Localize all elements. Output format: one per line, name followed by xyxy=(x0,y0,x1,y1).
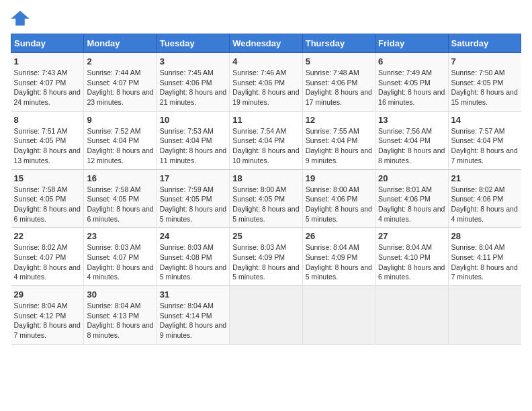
day-info: Sunrise: 7:45 AMSunset: 4:06 PMDaylight:… xyxy=(160,68,226,107)
calendar-cell: 2Sunrise: 7:44 AMSunset: 4:07 PMDaylight… xyxy=(84,53,157,111)
sunrise-label: Sunrise: 8:03 AM xyxy=(87,243,140,251)
day-number: 4 xyxy=(232,56,299,66)
day-info: Sunrise: 7:54 AMSunset: 4:04 PMDaylight:… xyxy=(232,126,299,166)
svg-marker-0 xyxy=(11,11,29,26)
calendar-cell: 29Sunrise: 8:04 AMSunset: 4:12 PMDayligh… xyxy=(11,286,84,345)
sunset-label: Sunset: 4:06 PM xyxy=(306,195,358,203)
sunrise-label: Sunrise: 8:00 AM xyxy=(306,185,359,193)
daylight-label: Daylight: 8 hours and 7 minutes. xyxy=(14,321,81,339)
calendar-cell: 18Sunrise: 8:00 AMSunset: 4:05 PMDayligh… xyxy=(230,169,302,228)
calendar-cell: 26Sunrise: 8:04 AMSunset: 4:09 PMDayligh… xyxy=(302,228,375,286)
sunrise-label: Sunrise: 7:59 AM xyxy=(160,185,214,193)
day-number: 17 xyxy=(160,173,226,183)
daylight-label: Daylight: 8 hours and 5 minutes. xyxy=(306,205,372,223)
calendar-cell: 31Sunrise: 8:04 AMSunset: 4:14 PMDayligh… xyxy=(157,286,229,345)
calendar-cell: 1Sunrise: 7:43 AMSunset: 4:07 PMDaylight… xyxy=(11,53,84,111)
day-number: 9 xyxy=(87,115,153,125)
day-number: 10 xyxy=(160,115,226,125)
page-header xyxy=(11,11,521,26)
sunset-label: Sunset: 4:06 PM xyxy=(306,79,358,87)
calendar-cell: 10Sunrise: 7:53 AMSunset: 4:04 PMDayligh… xyxy=(157,111,229,169)
day-info: Sunrise: 8:03 AMSunset: 4:08 PMDaylight:… xyxy=(160,242,226,282)
calendar-week-row: 15Sunrise: 7:58 AMSunset: 4:05 PMDayligh… xyxy=(11,169,521,228)
day-number: 27 xyxy=(378,231,445,241)
weekday-header-thursday: Thursday xyxy=(302,34,375,53)
day-number: 15 xyxy=(14,173,81,183)
day-info: Sunrise: 7:59 AMSunset: 4:05 PMDaylight:… xyxy=(160,185,226,224)
day-number: 29 xyxy=(14,289,81,300)
calendar-cell xyxy=(230,286,302,345)
day-info: Sunrise: 8:02 AMSunset: 4:07 PMDaylight:… xyxy=(14,242,81,282)
sunset-label: Sunset: 4:14 PM xyxy=(160,312,212,320)
daylight-label: Daylight: 8 hours and 7 minutes. xyxy=(451,146,518,165)
day-info: Sunrise: 8:03 AMSunset: 4:09 PMDaylight:… xyxy=(232,242,299,282)
day-number: 22 xyxy=(14,231,81,241)
calendar-cell: 7Sunrise: 7:50 AMSunset: 4:05 PMDaylight… xyxy=(448,53,521,111)
calendar-cell: 16Sunrise: 7:58 AMSunset: 4:05 PMDayligh… xyxy=(84,169,157,228)
sunrise-label: Sunrise: 7:43 AM xyxy=(14,68,68,77)
day-info: Sunrise: 7:49 AMSunset: 4:05 PMDaylight:… xyxy=(378,68,445,107)
sunrise-label: Sunrise: 8:03 AM xyxy=(160,243,214,251)
calendar-cell: 6Sunrise: 7:49 AMSunset: 4:05 PMDaylight… xyxy=(375,53,448,111)
day-number: 26 xyxy=(306,231,372,241)
daylight-label: Daylight: 8 hours and 17 minutes. xyxy=(306,88,372,106)
sunrise-label: Sunrise: 8:04 AM xyxy=(87,302,140,310)
day-number: 19 xyxy=(306,173,372,183)
daylight-label: Daylight: 8 hours and 11 minutes. xyxy=(160,146,226,165)
daylight-label: Daylight: 8 hours and 4 minutes. xyxy=(451,205,518,223)
calendar-header-row: SundayMondayTuesdayWednesdayThursdayFrid… xyxy=(11,34,521,53)
day-info: Sunrise: 8:02 AMSunset: 4:06 PMDaylight:… xyxy=(451,185,519,224)
sunset-label: Sunset: 4:05 PM xyxy=(14,136,66,144)
calendar-week-row: 8Sunrise: 7:51 AMSunset: 4:05 PMDaylight… xyxy=(11,111,521,169)
day-info: Sunrise: 7:51 AMSunset: 4:05 PMDaylight:… xyxy=(14,126,81,166)
calendar-cell: 4Sunrise: 7:46 AMSunset: 4:06 PMDaylight… xyxy=(230,53,302,111)
sunrise-label: Sunrise: 8:02 AM xyxy=(451,185,505,193)
sunset-label: Sunset: 4:05 PM xyxy=(232,195,285,203)
calendar-cell: 9Sunrise: 7:52 AMSunset: 4:04 PMDaylight… xyxy=(84,111,157,169)
calendar-cell: 27Sunrise: 8:04 AMSunset: 4:10 PMDayligh… xyxy=(375,228,448,286)
day-info: Sunrise: 7:46 AMSunset: 4:06 PMDaylight:… xyxy=(232,68,299,107)
daylight-label: Daylight: 8 hours and 4 minutes. xyxy=(14,263,81,281)
calendar-week-row: 22Sunrise: 8:02 AMSunset: 4:07 PMDayligh… xyxy=(11,228,521,286)
sunset-label: Sunset: 4:13 PM xyxy=(87,312,139,320)
day-number: 11 xyxy=(232,115,299,125)
daylight-label: Daylight: 8 hours and 19 minutes. xyxy=(232,88,299,106)
day-number: 30 xyxy=(87,289,153,300)
day-info: Sunrise: 8:00 AMSunset: 4:06 PMDaylight:… xyxy=(306,185,372,224)
weekday-header-friday: Friday xyxy=(375,34,448,53)
sunrise-label: Sunrise: 7:53 AM xyxy=(160,127,214,135)
day-info: Sunrise: 7:50 AMSunset: 4:05 PMDaylight:… xyxy=(451,68,519,107)
day-number: 20 xyxy=(378,173,445,183)
daylight-label: Daylight: 8 hours and 10 minutes. xyxy=(232,146,299,165)
sunset-label: Sunset: 4:05 PM xyxy=(87,195,139,203)
day-info: Sunrise: 8:01 AMSunset: 4:06 PMDaylight:… xyxy=(378,185,445,224)
daylight-label: Daylight: 8 hours and 5 minutes. xyxy=(232,205,299,223)
daylight-label: Daylight: 8 hours and 5 minutes. xyxy=(306,263,372,281)
day-info: Sunrise: 8:04 AMSunset: 4:11 PMDaylight:… xyxy=(451,242,519,282)
day-number: 31 xyxy=(160,289,226,300)
calendar-cell: 13Sunrise: 7:56 AMSunset: 4:04 PMDayligh… xyxy=(375,111,448,169)
daylight-label: Daylight: 8 hours and 6 minutes. xyxy=(87,205,153,223)
sunrise-label: Sunrise: 7:44 AM xyxy=(87,68,140,77)
sunset-label: Sunset: 4:07 PM xyxy=(87,79,139,87)
calendar-cell: 17Sunrise: 7:59 AMSunset: 4:05 PMDayligh… xyxy=(157,169,229,228)
sunrise-label: Sunrise: 7:46 AM xyxy=(232,68,286,77)
daylight-label: Daylight: 8 hours and 23 minutes. xyxy=(87,88,153,106)
sunrise-label: Sunrise: 8:04 AM xyxy=(378,243,432,251)
sunset-label: Sunset: 4:06 PM xyxy=(160,79,212,87)
sunset-label: Sunset: 4:04 PM xyxy=(160,136,212,144)
daylight-label: Daylight: 8 hours and 8 minutes. xyxy=(378,146,445,165)
daylight-label: Daylight: 8 hours and 5 minutes. xyxy=(232,263,299,281)
sunset-label: Sunset: 4:04 PM xyxy=(232,136,285,144)
calendar-cell xyxy=(375,286,448,345)
sunset-label: Sunset: 4:04 PM xyxy=(87,136,139,144)
sunrise-label: Sunrise: 7:52 AM xyxy=(87,127,140,135)
day-info: Sunrise: 8:04 AMSunset: 4:13 PMDaylight:… xyxy=(87,301,153,340)
calendar-cell: 11Sunrise: 7:54 AMSunset: 4:04 PMDayligh… xyxy=(230,111,302,169)
calendar-cell: 14Sunrise: 7:57 AMSunset: 4:04 PMDayligh… xyxy=(448,111,521,169)
sunrise-label: Sunrise: 7:49 AM xyxy=(378,68,432,77)
day-info: Sunrise: 8:04 AMSunset: 4:10 PMDaylight:… xyxy=(378,242,445,282)
daylight-label: Daylight: 8 hours and 8 minutes. xyxy=(87,321,153,339)
day-info: Sunrise: 7:53 AMSunset: 4:04 PMDaylight:… xyxy=(160,126,226,166)
daylight-label: Daylight: 8 hours and 6 minutes. xyxy=(378,263,445,281)
